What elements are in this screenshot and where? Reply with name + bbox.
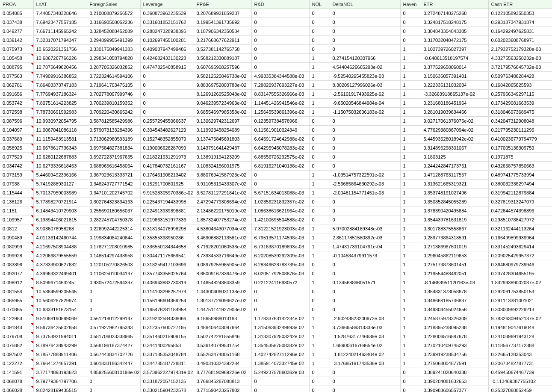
cell[interactable]: 0.301788375558867 — [421, 224, 488, 233]
cell[interactable]: 0.349804455024656 — [421, 305, 488, 314]
cell[interactable]: 1 — [400, 180, 421, 189]
cell[interactable]: 0 — [251, 305, 309, 314]
cell[interactable]: 0.225437194433998 — [140, 197, 194, 206]
cell[interactable]: 1.35453587508382e-02 — [251, 341, 309, 350]
cell[interactable]: 0 — [330, 287, 400, 296]
cell[interactable]: 0.081554 — [0, 287, 33, 296]
cell[interactable]: 0 — [251, 377, 309, 386]
cell[interactable]: 0.244242847173761 — [421, 162, 488, 171]
cell[interactable]: 1 — [400, 215, 421, 224]
cell[interactable]: 0 — [309, 27, 330, 36]
cell[interactable]: 1 — [400, 162, 421, 171]
cell[interactable]: 0.099928 — [0, 251, 33, 260]
cell[interactable]: 9.73753921994011 — [33, 332, 87, 341]
cell[interactable]: 0.255729455066637 — [140, 117, 194, 126]
cell[interactable]: 0.0812 — [0, 224, 33, 233]
cell[interactable]: 0 — [330, 305, 400, 314]
cell[interactable]: 1 — [400, 108, 421, 117]
cell[interactable]: 0.552634748051168 — [194, 350, 251, 359]
cell[interactable]: 9.08979255965905e-02 — [194, 260, 251, 269]
cell[interactable]: 0.210008879256572 — [87, 9, 140, 18]
cell[interactable]: 0.3441400295853 — [140, 341, 194, 350]
cell[interactable]: 0 — [251, 27, 309, 36]
cell[interactable]: 0 — [330, 377, 400, 386]
cell[interactable]: 1 — [309, 278, 330, 287]
cell[interactable]: 0.331601853151762 — [140, 18, 194, 27]
cell[interactable]: -2.90243523200972e-03 — [330, 314, 400, 323]
cell[interactable]: 0 — [251, 45, 309, 54]
cell[interactable]: 1 — [400, 189, 421, 197]
cell[interactable]: 1 — [400, 296, 421, 305]
cell[interactable]: 0.075973 — [0, 45, 33, 54]
cell[interactable]: 7.32317071794347 — [33, 36, 87, 45]
cell[interactable]: 0.344785187728811 — [140, 359, 194, 368]
cell[interactable]: 0.771590423257802 — [194, 386, 251, 392]
table-row[interactable]: 0.10545810.68672677662260.29834105879482… — [0, 54, 552, 63]
cell[interactable]: 0.122272 — [0, 359, 33, 368]
cell[interactable]: 0 — [400, 36, 421, 45]
cell[interactable]: 0 — [87, 377, 140, 386]
cell[interactable]: 3.91105319433307e-02 — [194, 180, 251, 189]
cell[interactable]: 0 — [400, 18, 421, 27]
cell[interactable]: 0.218895238095238 — [421, 323, 488, 332]
cell[interactable]: 1 — [309, 54, 330, 63]
cell[interactable]: 0.152748352855079 — [140, 135, 194, 144]
cell[interactable]: 0 — [251, 9, 309, 18]
cell[interactable]: 0.318134076998298 — [140, 224, 194, 233]
cell[interactable]: 11.1159483913581 — [33, 135, 87, 144]
cell[interactable]: 1 — [400, 117, 421, 126]
cell[interactable]: 0.134568896051571 — [330, 278, 400, 287]
cell[interactable]: 4.53804643077034e-02 — [194, 224, 251, 233]
cell[interactable]: 7.74909916386852 — [33, 72, 87, 81]
cell[interactable]: -2.56685864630292e-03 — [330, 180, 400, 189]
cell[interactable]: 1 — [400, 269, 421, 278]
table-row[interactable]: 0.03474210.62733366184530.68896561645806… — [0, 162, 552, 171]
cell[interactable]: 0.275173873601451 — [421, 260, 488, 269]
cell[interactable]: -8.14663951120163e-03 — [421, 278, 488, 287]
cell[interactable]: 0.331452493629414 — [488, 242, 552, 251]
col-r-d[interactable]: R&D — [251, 0, 309, 9]
cell[interactable]: 0.115619010024349 — [251, 126, 309, 135]
cell[interactable]: 0.579073133284396 — [87, 126, 140, 135]
cell[interactable]: 3.72179576645732e-03 — [488, 63, 552, 72]
cell[interactable]: 0 — [309, 305, 330, 314]
cell[interactable]: 2.47294779308694e-02 — [194, 197, 251, 206]
cell[interactable]: 0 — [330, 197, 400, 206]
cell[interactable]: 0.390983606557377 — [421, 386, 488, 392]
cell[interactable]: 0.257956349297115 — [488, 90, 552, 99]
cell[interactable]: 1 — [400, 99, 421, 108]
cell[interactable]: 3.52781127291841e-02 — [194, 189, 251, 197]
cell[interactable]: 1 — [400, 260, 421, 269]
cell[interactable]: 0 — [400, 377, 421, 386]
cell[interactable]: 0.337135353048784 — [140, 350, 194, 359]
col-proa[interactable]: PROA — [0, 0, 33, 9]
cell[interactable]: 0.068078 — [0, 377, 33, 386]
cell[interactable]: 6.64295945078283e-02 — [251, 144, 309, 153]
cell[interactable]: 0.075882 — [0, 341, 33, 350]
col-nol[interactable]: NOL — [309, 0, 330, 9]
cell[interactable]: 7.31221521923003e-03 — [251, 224, 309, 233]
cell[interactable]: 1.85732407753274e-02 — [194, 215, 251, 224]
cell[interactable]: 1 — [309, 189, 330, 197]
cell[interactable]: 0.199834064240844 — [87, 233, 140, 242]
table-row[interactable]: 0.0989128.50996714632450.930572472594397… — [0, 278, 552, 287]
cell[interactable]: 9.76641274657391 — [33, 359, 87, 368]
cell[interactable]: 0.601833186342447 — [87, 359, 140, 368]
cell[interactable]: 2.86117851580892e-03 — [330, 233, 400, 242]
cell[interactable]: 8.66009167336476e-02 — [194, 269, 251, 278]
cell[interactable]: 1 — [309, 72, 330, 81]
table-row[interactable]: 0.0918439.567364255028580.57192796279534… — [0, 323, 552, 332]
cell[interactable]: 8.77768190969226e-02 — [194, 368, 251, 377]
cell[interactable]: 1.44300406031138e-02 — [194, 287, 251, 296]
cell[interactable]: 1.42100695504588e-02 — [251, 215, 309, 224]
cell[interactable]: 0.316690508052236 — [87, 18, 140, 27]
cell[interactable]: 0.122105893550353 — [488, 9, 552, 18]
cell[interactable]: 0.581706023338965 — [87, 332, 140, 341]
cell[interactable]: 0.097502 — [0, 350, 33, 359]
cell[interactable]: 0.354831373058678 — [421, 287, 488, 296]
cell[interactable]: 0 — [251, 296, 309, 305]
cell[interactable]: 0.348668185746837 — [421, 296, 488, 305]
cell[interactable]: 0 — [330, 9, 400, 18]
cell[interactable]: -2.56101917493925e-02 — [330, 90, 400, 99]
cell[interactable]: 0.471288763117557 — [421, 171, 488, 180]
